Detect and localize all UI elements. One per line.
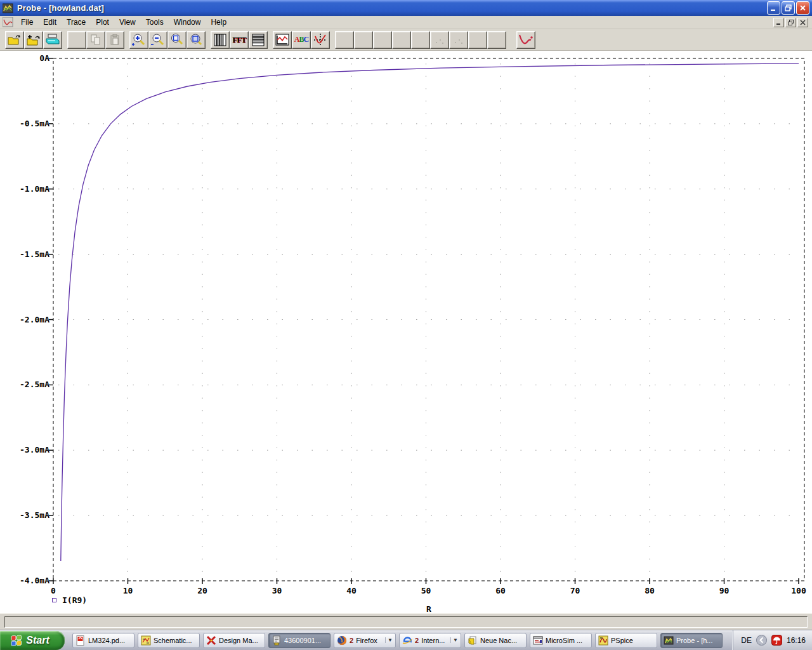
x-axis-title: R: [391, 604, 467, 614]
desktop: Probe - [howland.dat] File E: [0, 0, 812, 650]
taskbar: Start LM324.pd... Schematic...: [0, 630, 812, 650]
pspice-icon: [598, 635, 608, 646]
y-tick-label: -2.0mA: [1, 315, 49, 324]
plot-client-area: 0A-0.5mA-1.0mA-1.5mA-2.0mA-2.5mA-3.0mA-3…: [0, 51, 812, 613]
restore-button[interactable]: [782, 1, 795, 15]
menu-help[interactable]: Help: [206, 17, 232, 28]
probe-document-icon[interactable]: [3, 17, 13, 27]
firefox-icon: [337, 635, 347, 646]
disabled-button-3: [373, 31, 392, 49]
y-tick-label: -0.5mA: [1, 119, 49, 128]
menu-view[interactable]: View: [114, 17, 141, 28]
trace-marker[interactable]: [52, 598, 56, 602]
taskbar-clock[interactable]: 16:16: [787, 636, 806, 645]
minimize-button[interactable]: [767, 1, 780, 15]
close-button[interactable]: [796, 1, 809, 15]
y-tick-label: -1.0mA: [1, 184, 49, 194]
task-internet-explorer-group[interactable]: 2 Intern... ▼: [399, 633, 461, 648]
y-tick-label: -1.5mA: [1, 249, 49, 259]
disabled-button-7: [449, 31, 468, 49]
x-tick-label: 30: [258, 586, 296, 595]
title-bar: Probe - [howland.dat]: [0, 0, 812, 16]
menu-edit[interactable]: Edit: [38, 17, 62, 28]
plot-area[interactable]: [0, 51, 812, 613]
menu-trace[interactable]: Trace: [62, 17, 91, 28]
y-axis-log-button[interactable]: [249, 31, 268, 49]
open-file-button[interactable]: [5, 31, 24, 49]
task-microsim[interactable]: MicroSim ...: [530, 633, 592, 648]
task-neue-nachricht[interactable]: Neue Nac...: [464, 633, 527, 648]
status-bar: [0, 613, 812, 630]
group-dropdown-icon[interactable]: ▼: [385, 637, 393, 643]
task-probe[interactable]: Probe - [h...: [660, 633, 723, 648]
text-label-button[interactable]: ABC: [292, 31, 311, 49]
x-axis-log-button[interactable]: [211, 31, 230, 49]
mark-data-points-button[interactable]: [516, 31, 535, 49]
paste-button: [105, 31, 124, 49]
menu-bar: File Edit Trace Plot View Tools Window H…: [0, 16, 812, 29]
x-tick-label: 100: [780, 586, 812, 595]
x-tick-label: 0: [34, 586, 72, 595]
toolbar: FFT ABC: [0, 29, 812, 51]
zoom-in-button[interactable]: [129, 31, 148, 49]
y-tick-label: 0A: [1, 53, 49, 63]
disabled-button-6: [430, 31, 449, 49]
menu-tools[interactable]: Tools: [141, 17, 169, 28]
task-schematics[interactable]: Schematic...: [138, 633, 200, 648]
language-indicator[interactable]: DE: [741, 636, 752, 645]
task-firefox-group[interactable]: 2 Firefox ▼: [334, 633, 396, 648]
windows-logo-icon: [10, 634, 23, 647]
y-tick-label: -3.0mA: [1, 445, 49, 454]
legend[interactable]: I(R9): [52, 595, 87, 605]
trace-I(R9)[interactable]: [61, 63, 799, 561]
disabled-button-5: [411, 31, 430, 49]
abc-label: ABC: [294, 35, 308, 44]
status-field: [4, 616, 808, 628]
blank-button: [67, 31, 86, 49]
start-button[interactable]: Start: [0, 631, 65, 650]
print-button[interactable]: [43, 31, 62, 49]
task-lm324[interactable]: LM324.pd...: [72, 633, 134, 648]
disabled-button-4: [392, 31, 411, 49]
mdi-restore-button[interactable]: [785, 18, 796, 27]
mdi-minimize-button[interactable]: [773, 18, 784, 27]
x-tick-label: 50: [407, 586, 445, 595]
probe-app-icon: [3, 3, 13, 13]
message-icon: [468, 635, 478, 646]
zoom-out-button[interactable]: [148, 31, 167, 49]
menu-file[interactable]: File: [16, 17, 38, 28]
zoom-area-button[interactable]: [167, 31, 187, 49]
trace-name: I(R9): [62, 595, 87, 605]
y-tick-label: -4.0mA: [1, 576, 49, 585]
toggle-cursor-button[interactable]: [311, 31, 330, 49]
plot-border: [53, 58, 804, 581]
hide-icons-chevron-icon[interactable]: [756, 635, 767, 646]
add-trace-button[interactable]: [273, 31, 292, 49]
y-tick-label: -3.5mA: [1, 510, 49, 520]
disabled-button-8: [468, 31, 487, 49]
x-tick-label: 80: [631, 586, 669, 595]
mdi-close-button[interactable]: [797, 18, 808, 27]
antivirus-umbrella-icon[interactable]: [771, 635, 782, 646]
microsim-icon: [533, 635, 543, 646]
group-dropdown-icon[interactable]: ▼: [450, 637, 458, 643]
copy-button: [86, 31, 105, 49]
pdf-icon: [75, 635, 86, 646]
window-title: Probe - [howland.dat]: [17, 3, 104, 13]
x-tick-label: 20: [183, 586, 221, 595]
x-tick-label: 90: [705, 586, 743, 595]
task-43600901[interactable]: 43600901...: [268, 633, 331, 648]
probe-icon: [664, 635, 674, 646]
disabled-button-9: [487, 31, 506, 49]
menu-plot[interactable]: Plot: [91, 17, 114, 28]
task-design-manager[interactable]: Design Ma...: [203, 633, 265, 648]
x-tick-label: 10: [109, 586, 147, 595]
menu-window[interactable]: Window: [169, 17, 206, 28]
zoom-fit-button[interactable]: [187, 31, 206, 49]
append-file-button[interactable]: [24, 31, 43, 49]
task-pspice[interactable]: PSpice: [595, 633, 657, 648]
schematics-icon: [141, 635, 151, 646]
ie-icon: [402, 635, 412, 646]
fft-button[interactable]: FFT: [230, 31, 249, 49]
y-tick-label: -2.5mA: [1, 380, 49, 389]
